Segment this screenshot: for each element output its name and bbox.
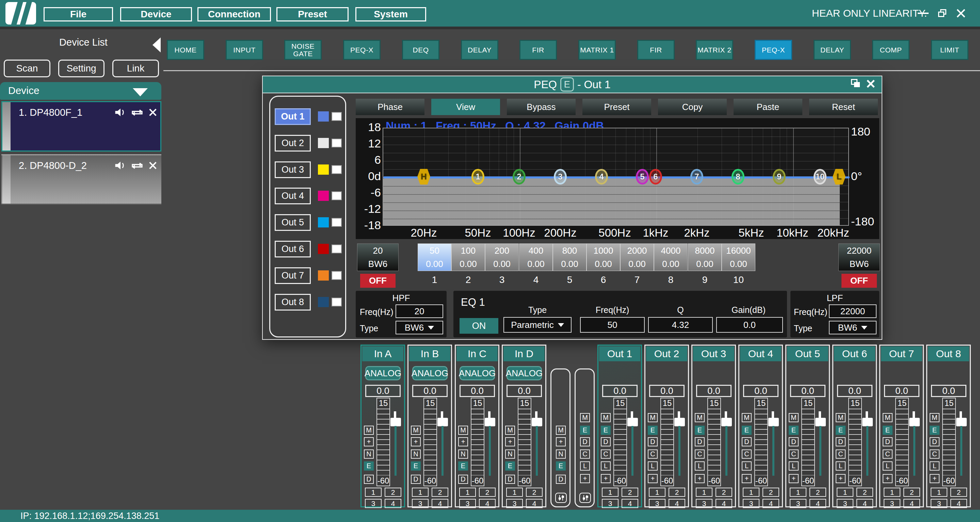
chain-button-peq-x-10[interactable]: PEQ-X bbox=[755, 40, 792, 60]
device-group-header[interactable]: Device bbox=[0, 82, 161, 100]
chain-button-home-0[interactable]: HOME bbox=[167, 40, 204, 60]
routing-button-4[interactable]: 4 bbox=[762, 499, 779, 508]
routing-button-3[interactable]: 3 bbox=[649, 499, 665, 508]
sidebar-link-button[interactable]: Link bbox=[112, 60, 159, 77]
output-select-out-4[interactable]: Out 4 bbox=[275, 188, 311, 204]
routing-button-1[interactable]: 1 bbox=[365, 488, 382, 497]
output-select-out-2[interactable]: Out 2 bbox=[275, 135, 311, 151]
channel-key-m[interactable]: M bbox=[411, 426, 421, 435]
routing-button-3[interactable]: 3 bbox=[743, 499, 759, 508]
channel-key-l[interactable]: L bbox=[742, 462, 752, 471]
device-row-2[interactable]: 2. DP4800-D_2 bbox=[2, 154, 161, 205]
output-select-out-8[interactable]: Out 8 bbox=[275, 294, 311, 310]
output-color-swatch[interactable] bbox=[318, 111, 329, 122]
routing-button-4[interactable]: 4 bbox=[810, 499, 826, 508]
repeat-icon[interactable] bbox=[130, 108, 145, 117]
analog-source-button[interactable]: ANALOG bbox=[460, 366, 495, 380]
fader-handle[interactable] bbox=[909, 418, 920, 427]
lpf-off-button[interactable]: OFF bbox=[842, 274, 877, 288]
channel-key-m[interactable]: M bbox=[789, 413, 799, 422]
channel-key-l[interactable]: L bbox=[930, 462, 940, 471]
band-cell-10[interactable]: 160000.00 bbox=[722, 244, 755, 271]
eq-freq-input[interactable]: 50 bbox=[580, 317, 645, 333]
fader-track[interactable] bbox=[395, 426, 396, 476]
channel-key-n[interactable]: N bbox=[505, 449, 515, 459]
eq-marker-2[interactable]: 2 bbox=[513, 169, 526, 185]
routing-button-2[interactable]: 2 bbox=[904, 488, 920, 497]
channel-key-c[interactable]: C bbox=[695, 449, 705, 459]
remove-device-icon[interactable] bbox=[148, 161, 160, 170]
mini-key-d[interactable]: D bbox=[556, 475, 566, 484]
eq-marker-4[interactable]: 4 bbox=[595, 169, 608, 185]
menu-connection-button[interactable]: Connection bbox=[197, 7, 271, 21]
mini-key-m[interactable]: M bbox=[580, 413, 590, 422]
tab-copy[interactable]: Copy bbox=[658, 99, 727, 115]
routing-button-4[interactable]: 4 bbox=[950, 499, 967, 508]
output-select-out-6[interactable]: Out 6 bbox=[275, 241, 311, 258]
routing-button-1[interactable]: 1 bbox=[649, 488, 665, 497]
mini-key-e[interactable]: E bbox=[580, 426, 590, 435]
routing-button-1[interactable]: 1 bbox=[602, 488, 619, 497]
hpf-type-dropdown[interactable]: BW6 bbox=[396, 321, 443, 334]
channel-key-d[interactable]: D bbox=[789, 437, 799, 446]
mini-key-l[interactable]: L bbox=[580, 462, 590, 471]
fader-track[interactable] bbox=[819, 426, 821, 476]
tab-view[interactable]: View bbox=[431, 99, 500, 115]
routing-button-1[interactable]: 1 bbox=[884, 488, 900, 497]
chain-button-deq-4[interactable]: DEQ bbox=[402, 40, 439, 60]
fader-handle[interactable] bbox=[532, 418, 542, 427]
device-row-1[interactable]: 1. DP4800F_1 bbox=[2, 101, 161, 151]
channel-key-l[interactable]: L bbox=[836, 462, 846, 471]
channel-key-+[interactable]: + bbox=[930, 474, 940, 483]
channel-key-m[interactable]: M bbox=[836, 413, 846, 422]
channel-key-c[interactable]: C bbox=[742, 449, 752, 459]
channel-key-d[interactable]: D bbox=[742, 437, 752, 446]
minimize-button[interactable] bbox=[918, 0, 929, 27]
output-checkbox[interactable] bbox=[331, 218, 342, 227]
chain-button-peq-x-3[interactable]: PEQ-X bbox=[343, 40, 380, 60]
mini-key-+[interactable]: + bbox=[580, 474, 590, 483]
gain-value-box[interactable]: 0.0 bbox=[506, 385, 542, 397]
channel-key-m[interactable]: M bbox=[505, 426, 515, 435]
chain-button-fir-8[interactable]: FIR bbox=[637, 40, 675, 60]
band-cell-4[interactable]: 4000.00 bbox=[519, 244, 552, 271]
gain-value-box[interactable]: 0.0 bbox=[696, 385, 732, 397]
gain-value-box[interactable]: 0.0 bbox=[365, 385, 401, 397]
chain-button-matrix-1-7[interactable]: MATRIX 1 bbox=[578, 40, 616, 60]
channel-key-d[interactable]: D bbox=[364, 475, 374, 484]
channel-key-c[interactable]: C bbox=[930, 449, 940, 459]
channel-key-n[interactable]: N bbox=[411, 449, 421, 459]
gain-value-box[interactable]: 0.0 bbox=[931, 385, 966, 397]
output-checkbox[interactable] bbox=[331, 298, 342, 306]
fader-handle[interactable] bbox=[768, 418, 779, 427]
channel-key-+[interactable]: + bbox=[836, 474, 846, 483]
fader-handle[interactable] bbox=[815, 418, 826, 427]
channel-key-c[interactable]: C bbox=[648, 449, 658, 459]
faders-icon[interactable] bbox=[555, 493, 567, 503]
fader-handle[interactable] bbox=[721, 418, 732, 427]
fader-track[interactable] bbox=[866, 426, 869, 476]
chain-button-fir-6[interactable]: FIR bbox=[519, 40, 557, 60]
menu-preset-button[interactable]: Preset bbox=[277, 7, 348, 21]
band-cell-8[interactable]: 40000.00 bbox=[654, 244, 687, 271]
mini-key-d[interactable]: D bbox=[580, 437, 590, 446]
channel-key-+[interactable]: + bbox=[883, 474, 892, 483]
eq-marker-8[interactable]: 8 bbox=[732, 169, 745, 185]
channel-key-m[interactable]: M bbox=[458, 426, 468, 435]
fader-handle[interactable] bbox=[956, 418, 967, 427]
routing-button-4[interactable]: 4 bbox=[385, 499, 401, 508]
band-cell-9[interactable]: 80000.00 bbox=[688, 244, 721, 271]
channel-key-+[interactable]: + bbox=[648, 474, 658, 483]
routing-button-1[interactable]: 1 bbox=[412, 488, 428, 497]
peq-window-titlebar[interactable]: PEQ E - Out 1 bbox=[263, 76, 881, 93]
output-color-swatch[interactable] bbox=[318, 191, 329, 201]
channel-key-d[interactable]: D bbox=[458, 475, 468, 484]
output-checkbox[interactable] bbox=[331, 112, 342, 121]
channel-key-n[interactable]: N bbox=[364, 449, 374, 459]
channel-key-d[interactable]: D bbox=[411, 475, 421, 484]
routing-button-3[interactable]: 3 bbox=[931, 499, 947, 508]
chain-button-limit-13[interactable]: LIMIT bbox=[931, 40, 969, 60]
channel-key-c[interactable]: C bbox=[836, 449, 846, 459]
eq-q-input[interactable]: 4.32 bbox=[648, 317, 713, 333]
speaker-icon[interactable] bbox=[115, 108, 126, 117]
